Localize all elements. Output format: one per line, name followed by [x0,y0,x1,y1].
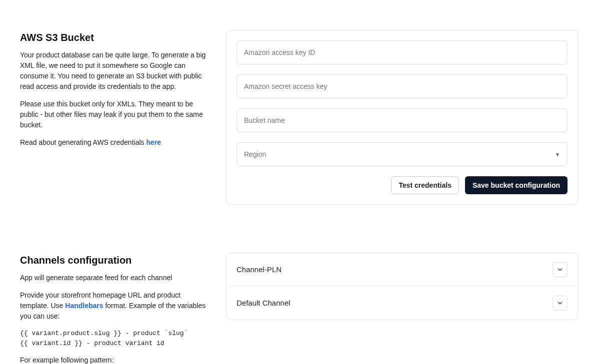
s3-button-row: Test credentials Save bucket configurati… [236,176,568,194]
code-var1-desc: - product `slug` [122,330,188,337]
region-label: Region [244,149,555,160]
chevron-down-icon [556,300,564,307]
secret-key-field[interactable]: Amazon secret access key [236,74,568,98]
secret-key-label: Amazon secret access key [244,81,560,92]
channels-card: Channel-PLN Default Channel [226,253,578,320]
handlebars-link[interactable]: Handlebars [65,302,103,310]
channels-desc-2: Provide your storefront homepage URL and… [20,290,208,322]
channel-row: Channel-PLN [226,253,578,287]
channel-name: Default Channel [236,298,290,309]
s3-desc-2: Please use this bucket only for XMLs. Th… [20,99,208,130]
s3-desc-3: Read about generating AWS credentials he… [20,137,208,148]
save-bucket-button[interactable]: Save bucket configuration [465,176,568,194]
bucket-name-field[interactable]: Bucket name [236,108,568,132]
code-var1: {{ variant.product.slug }} [20,330,122,337]
access-key-field[interactable]: Amazon access key ID [236,40,568,64]
channels-desc-1: App will generate separate feed for each… [20,273,208,283]
s3-section: AWS S3 Bucket Your product database can … [20,30,578,205]
code-var2-desc: - product variant id [82,340,164,347]
s3-desc-1: Your product database can be quite large… [20,50,208,92]
channels-left-column: Channels configuration App will generate… [20,253,208,364]
channel-row: Default Channel [226,287,578,320]
channels-section: Channels configuration App will generate… [20,253,578,364]
code-var2: {{ variant.id }} [20,340,82,347]
s3-form-card: Amazon access key ID Amazon secret acces… [226,30,578,205]
channel-name: Channel-PLN [236,264,282,276]
s3-desc-3-prefix: Read about generating AWS credentials [20,138,146,146]
expand-channel-button[interactable] [552,296,568,311]
dropdown-arrow-icon: ▼ [555,151,560,158]
s3-title: AWS S3 Bucket [20,30,208,45]
s3-left-column: AWS S3 Bucket Your product database can … [20,30,208,155]
aws-credentials-link[interactable]: here [146,138,161,146]
test-credentials-button[interactable]: Test credentials [391,176,459,194]
code-variables: {{ variant.product.slug }} - product `sl… [20,329,208,348]
expand-channel-button[interactable] [552,262,568,277]
access-key-label: Amazon access key ID [244,47,560,58]
example-label: For example following pattern: [20,355,208,364]
region-select[interactable]: Region ▼ [236,142,568,166]
channels-title: Channels configuration [20,253,208,268]
chevron-down-icon [556,266,564,273]
bucket-name-label: Bucket name [244,115,560,126]
